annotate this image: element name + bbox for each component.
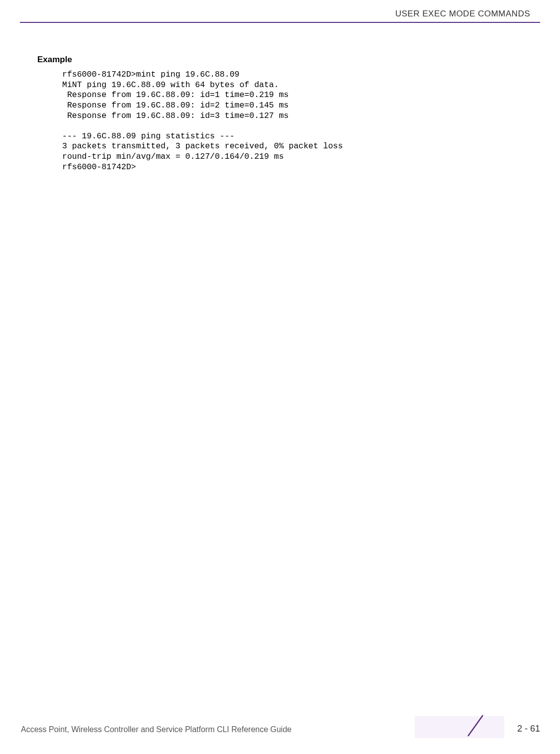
page-content: Example rfs6000-81742D>mint ping 19.6C.8… [37,55,530,172]
footer-doc-title: Access Point, Wireless Controller and Se… [21,725,291,734]
footer-slash-icon [463,713,488,738]
header-divider [20,22,540,23]
footer-accent-box [415,716,504,738]
code-block: rfs6000-81742D>mint ping 19.6C.88.09 MiN… [62,70,530,172]
page-footer: Access Point, Wireless Controller and Se… [21,713,540,738]
section-heading: Example [37,55,530,65]
page-header: USER EXEC MODE COMMANDS [395,9,530,19]
page-number: 2 - 61 [517,724,540,734]
svg-line-0 [468,715,483,736]
